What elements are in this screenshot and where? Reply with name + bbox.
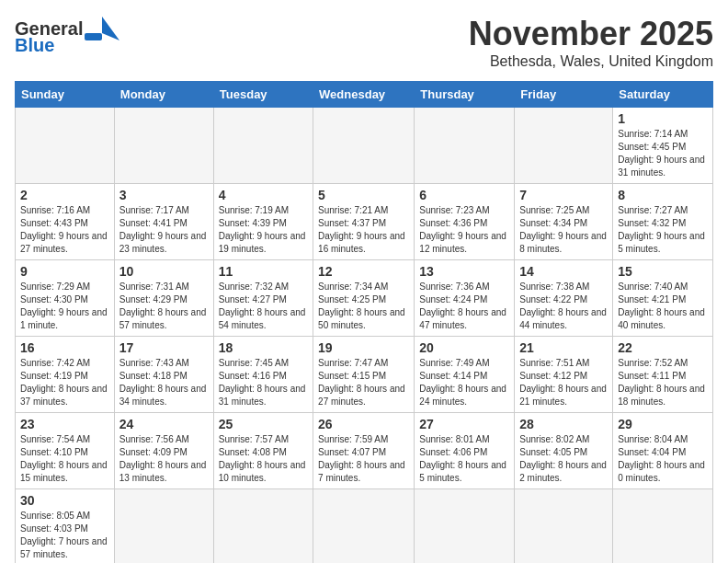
day-number: 22 <box>618 340 708 355</box>
day-number: 27 <box>419 417 509 431</box>
calendar-cell <box>613 489 713 564</box>
day-info: Sunrise: 7:32 AM Sunset: 4:27 PM Dayligh… <box>219 281 308 332</box>
calendar-cell <box>415 108 515 184</box>
calendar-cell: 25Sunrise: 7:57 AM Sunset: 4:08 PM Dayli… <box>213 413 313 489</box>
day-info: Sunrise: 7:14 AM Sunset: 4:45 PM Dayligh… <box>618 128 708 179</box>
calendar-cell <box>515 489 613 564</box>
calendar-cell: 12Sunrise: 7:34 AM Sunset: 4:25 PM Dayli… <box>313 260 415 337</box>
calendar-header-thursday: Thursday <box>415 82 515 108</box>
day-info: Sunrise: 7:17 AM Sunset: 4:41 PM Dayligh… <box>119 204 209 256</box>
day-info: Sunrise: 7:42 AM Sunset: 4:19 PM Dayligh… <box>20 357 109 408</box>
day-info: Sunrise: 7:31 AM Sunset: 4:29 PM Dayligh… <box>119 281 209 332</box>
calendar-cell <box>313 489 415 564</box>
calendar-week-row: 30Sunrise: 8:05 AM Sunset: 4:03 PM Dayli… <box>16 489 713 564</box>
calendar-cell <box>515 108 613 184</box>
calendar-cell <box>114 489 213 564</box>
calendar-cell: 19Sunrise: 7:47 AM Sunset: 4:15 PM Dayli… <box>313 337 415 413</box>
calendar-cell: 20Sunrise: 7:49 AM Sunset: 4:14 PM Dayli… <box>415 337 515 413</box>
calendar-header-friday: Friday <box>515 82 613 108</box>
calendar-cell <box>16 108 115 184</box>
calendar-cell <box>415 489 515 564</box>
calendar-cell: 17Sunrise: 7:43 AM Sunset: 4:18 PM Dayli… <box>114 337 213 413</box>
calendar-cell: 8Sunrise: 7:27 AM Sunset: 4:32 PM Daylig… <box>613 184 713 260</box>
day-number: 21 <box>519 340 608 355</box>
day-info: Sunrise: 7:47 AM Sunset: 4:15 PM Dayligh… <box>318 357 409 408</box>
day-number: 14 <box>519 264 608 279</box>
day-number: 11 <box>219 264 308 279</box>
day-number: 2 <box>20 188 109 202</box>
calendar-cell: 18Sunrise: 7:45 AM Sunset: 4:16 PM Dayli… <box>213 337 313 413</box>
calendar-header-tuesday: Tuesday <box>213 82 313 108</box>
day-number: 4 <box>219 188 308 202</box>
day-number: 13 <box>419 264 509 279</box>
day-info: Sunrise: 7:23 AM Sunset: 4:36 PM Dayligh… <box>419 204 509 256</box>
calendar-cell: 4Sunrise: 7:19 AM Sunset: 4:39 PM Daylig… <box>213 184 313 260</box>
day-number: 3 <box>119 188 209 202</box>
calendar-cell: 30Sunrise: 8:05 AM Sunset: 4:03 PM Dayli… <box>16 489 115 564</box>
calendar-cell: 7Sunrise: 7:25 AM Sunset: 4:34 PM Daylig… <box>515 184 613 260</box>
calendar-table: SundayMondayTuesdayWednesdayThursdayFrid… <box>15 81 713 563</box>
calendar-week-row: 23Sunrise: 7:54 AM Sunset: 4:10 PM Dayli… <box>16 413 713 489</box>
calendar-cell: 15Sunrise: 7:40 AM Sunset: 4:21 PM Dayli… <box>613 260 713 337</box>
day-number: 15 <box>618 264 708 279</box>
day-info: Sunrise: 8:01 AM Sunset: 4:06 PM Dayligh… <box>419 433 509 485</box>
day-info: Sunrise: 8:02 AM Sunset: 4:05 PM Dayligh… <box>519 433 608 485</box>
svg-marker-0 <box>102 17 119 40</box>
day-number: 8 <box>618 188 708 202</box>
day-info: Sunrise: 7:40 AM Sunset: 4:21 PM Dayligh… <box>618 281 708 332</box>
title-block: November 2025 Bethesda, Wales, United Ki… <box>469 15 713 70</box>
day-number: 16 <box>20 340 109 355</box>
calendar-cell: 3Sunrise: 7:17 AM Sunset: 4:41 PM Daylig… <box>114 184 213 260</box>
svg-rect-1 <box>85 33 102 40</box>
calendar-cell: 29Sunrise: 8:04 AM Sunset: 4:04 PM Dayli… <box>613 413 713 489</box>
calendar-cell: 10Sunrise: 7:31 AM Sunset: 4:29 PM Dayli… <box>114 260 213 337</box>
day-number: 20 <box>419 340 509 355</box>
day-number: 10 <box>119 264 209 279</box>
calendar-cell: 11Sunrise: 7:32 AM Sunset: 4:27 PM Dayli… <box>213 260 313 337</box>
logo: General Blue <box>15 15 119 56</box>
day-info: Sunrise: 8:05 AM Sunset: 4:03 PM Dayligh… <box>20 510 109 561</box>
day-number: 1 <box>618 111 708 126</box>
day-info: Sunrise: 7:36 AM Sunset: 4:24 PM Dayligh… <box>419 281 509 332</box>
calendar-header-wednesday: Wednesday <box>313 82 415 108</box>
calendar-cell <box>114 108 213 184</box>
calendar-cell: 24Sunrise: 7:56 AM Sunset: 4:09 PM Dayli… <box>114 413 213 489</box>
day-info: Sunrise: 7:49 AM Sunset: 4:14 PM Dayligh… <box>419 357 509 408</box>
month-title: November 2025 <box>469 15 713 53</box>
calendar-cell: 2Sunrise: 7:16 AM Sunset: 4:43 PM Daylig… <box>16 184 115 260</box>
calendar-cell: 1Sunrise: 7:14 AM Sunset: 4:45 PM Daylig… <box>613 108 713 184</box>
calendar-cell: 6Sunrise: 7:23 AM Sunset: 4:36 PM Daylig… <box>415 184 515 260</box>
day-number: 17 <box>119 340 209 355</box>
day-number: 5 <box>318 188 409 202</box>
day-info: Sunrise: 7:45 AM Sunset: 4:16 PM Dayligh… <box>219 357 308 408</box>
calendar-cell <box>313 108 415 184</box>
calendar-header-monday: Monday <box>114 82 213 108</box>
day-number: 26 <box>318 417 409 431</box>
day-info: Sunrise: 7:56 AM Sunset: 4:09 PM Dayligh… <box>119 433 209 485</box>
calendar-week-row: 16Sunrise: 7:42 AM Sunset: 4:19 PM Dayli… <box>16 337 713 413</box>
day-info: Sunrise: 7:29 AM Sunset: 4:30 PM Dayligh… <box>20 281 109 332</box>
day-info: Sunrise: 7:57 AM Sunset: 4:08 PM Dayligh… <box>219 433 308 485</box>
calendar-week-row: 1Sunrise: 7:14 AM Sunset: 4:45 PM Daylig… <box>16 108 713 184</box>
day-number: 9 <box>20 264 109 279</box>
day-info: Sunrise: 7:21 AM Sunset: 4:37 PM Dayligh… <box>318 204 409 256</box>
calendar-header-saturday: Saturday <box>613 82 713 108</box>
day-number: 12 <box>318 264 409 279</box>
calendar-cell <box>213 108 313 184</box>
calendar-header-row: SundayMondayTuesdayWednesdayThursdayFrid… <box>16 82 713 108</box>
calendar-cell: 26Sunrise: 7:59 AM Sunset: 4:07 PM Dayli… <box>313 413 415 489</box>
day-number: 29 <box>618 417 708 431</box>
day-info: Sunrise: 7:59 AM Sunset: 4:07 PM Dayligh… <box>318 433 409 485</box>
calendar-cell: 23Sunrise: 7:54 AM Sunset: 4:10 PM Dayli… <box>16 413 115 489</box>
calendar-cell: 9Sunrise: 7:29 AM Sunset: 4:30 PM Daylig… <box>16 260 115 337</box>
logo-icon <box>85 15 119 42</box>
calendar-cell: 27Sunrise: 8:01 AM Sunset: 4:06 PM Dayli… <box>415 413 515 489</box>
calendar-week-row: 2Sunrise: 7:16 AM Sunset: 4:43 PM Daylig… <box>16 184 713 260</box>
calendar-cell: 21Sunrise: 7:51 AM Sunset: 4:12 PM Dayli… <box>515 337 613 413</box>
calendar-cell: 28Sunrise: 8:02 AM Sunset: 4:05 PM Dayli… <box>515 413 613 489</box>
calendar-cell: 5Sunrise: 7:21 AM Sunset: 4:37 PM Daylig… <box>313 184 415 260</box>
day-info: Sunrise: 7:43 AM Sunset: 4:18 PM Dayligh… <box>119 357 209 408</box>
day-number: 23 <box>20 417 109 431</box>
page-header: General Blue November 2025 Bethesda, Wal… <box>15 15 713 70</box>
calendar-cell <box>213 489 313 564</box>
